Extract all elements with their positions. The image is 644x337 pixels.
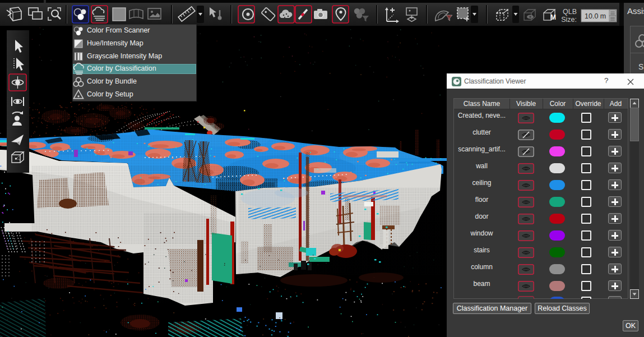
svg-text:Size:: Size:: [561, 16, 577, 24]
svg-text:M: M: [550, 13, 556, 21]
svg-text:10.0 m: 10.0 m: [585, 12, 606, 20]
svg-text:QLB: QLB: [563, 8, 577, 16]
